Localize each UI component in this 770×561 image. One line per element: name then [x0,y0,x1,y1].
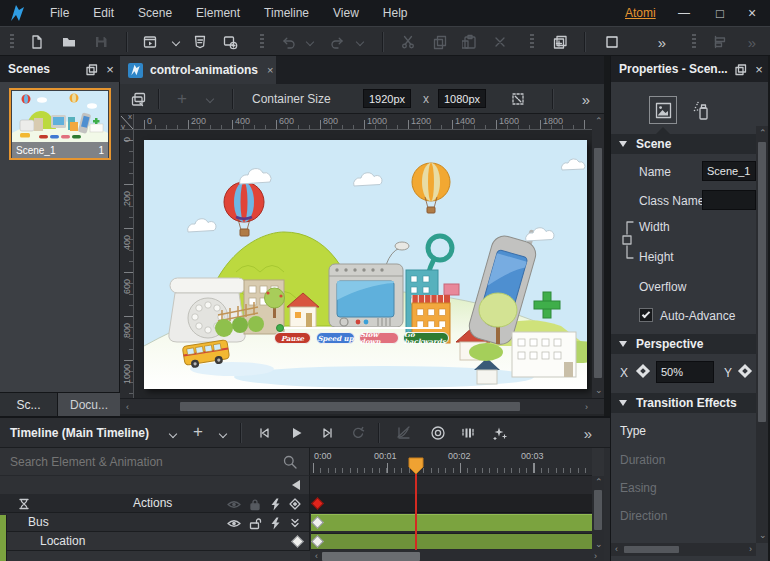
properties-horizontal-scrollbar[interactable]: ‹ › [611,543,756,556]
perspective-x-keyframe-button[interactable] [636,364,650,378]
go-to-end-button[interactable] [318,423,338,443]
actions-keyframe-marker[interactable] [311,497,324,510]
export-package-button[interactable] [220,32,240,52]
scene-name-input[interactable] [702,161,756,181]
undo-button[interactable] [278,32,298,52]
menu-scene[interactable]: Scene [126,6,184,20]
link-width-height-icon[interactable] [621,220,635,260]
bus-animation-bar[interactable] [311,514,592,531]
timeline-row-actions[interactable]: Actions [0,494,310,513]
preview-in-browser-button[interactable] [140,32,160,52]
menu-file[interactable]: File [38,6,81,20]
actions-animation-icon[interactable] [267,496,283,512]
timeline-ruler[interactable]: 0:00 00:01 00:02 00:03 [310,448,592,476]
tab-document[interactable]: Docu... [58,393,120,416]
add-scene-button[interactable] [550,32,570,52]
timeline-row-location[interactable]: Location [0,532,310,551]
location-animation-bar[interactable] [311,533,592,549]
stage-slow-down-button[interactable]: Slow down [359,332,399,344]
actions-visibility-icon[interactable] [226,496,242,512]
timeline-row-bus[interactable]: Bus [0,513,310,532]
export-html5-button[interactable] [190,32,210,52]
properties-hscroll-thumb[interactable] [624,546,679,553]
tab-effect-properties[interactable] [689,98,713,124]
stage-go-backwards-button[interactable]: Go backwards [403,332,449,344]
add-element-button[interactable]: + [172,89,192,109]
fit-to-window-button[interactable] [508,89,528,109]
menu-help[interactable]: Help [371,6,420,20]
align-button[interactable] [710,32,730,52]
maximize-button[interactable]: □ [708,0,732,26]
close-button[interactable]: × [740,0,764,26]
open-document-button[interactable] [59,32,79,52]
document-tab[interactable]: control-animations × [120,56,276,84]
go-to-start-button[interactable] [254,423,274,443]
animation-effects-button[interactable] [490,423,510,443]
actions-filter-icon[interactable] [16,496,32,512]
edit-scene-button[interactable] [128,89,148,109]
horizontal-ruler[interactable]: 0 200 400 600 800 1000 1200 1400 1600 18… [134,114,592,130]
save-button[interactable] [91,32,111,52]
properties-float-button[interactable] [731,60,749,78]
properties-close-button[interactable]: × [749,60,769,78]
canvas-hscroll-thumb[interactable] [180,402,520,411]
document-tab-close-icon[interactable]: × [267,64,273,76]
actions-track[interactable] [310,494,592,513]
stage-pause-button[interactable]: Pause [274,332,311,344]
play-button[interactable] [286,423,306,443]
stage[interactable]: Pause Speed up Slow down Go backwards [144,140,587,389]
toolbar-overflow-button[interactable]: » [652,32,672,52]
timeline-overflow-button[interactable]: » [578,423,598,443]
location-keyframe-icon[interactable] [291,535,304,548]
add-animation-button[interactable]: + [188,422,208,442]
frames-view-button[interactable] [458,423,478,443]
timeline-vscroll-thumb[interactable] [594,490,602,530]
search-input[interactable] [0,448,278,475]
auto-keyframe-button[interactable] [394,423,414,443]
perspective-x-input[interactable] [656,361,714,383]
search-icon[interactable] [280,452,300,472]
add-animation-dropdown[interactable] [216,427,230,441]
tab-scene-properties[interactable] [649,96,677,124]
section-transition-header[interactable]: Transition Effects [611,393,756,413]
align-overflow-button[interactable]: » [742,32,762,52]
collapse-keyframes-icon[interactable] [292,480,300,490]
perspective-y-keyframe-button[interactable] [738,364,752,378]
properties-vertical-scrollbar[interactable]: ⌃ ⌄ [756,126,768,543]
rectangle-tool-button[interactable] [602,32,622,52]
scenes-float-button[interactable] [82,60,100,78]
actions-lock-icon[interactable] [247,496,263,512]
delete-button[interactable] [490,32,510,52]
menu-view[interactable]: View [321,6,371,20]
location-track[interactable] [310,532,592,551]
preview-dropdown[interactable] [170,36,182,48]
properties-vscroll-thumb[interactable] [758,142,766,422]
canvas-viewport[interactable]: Pause Speed up Slow down Go backwards [134,130,592,398]
menu-element[interactable]: Element [184,6,252,20]
paste-button[interactable] [460,32,480,52]
copy-button[interactable] [430,32,450,52]
container-width-input[interactable] [363,89,411,108]
canvas-vertical-scrollbar[interactable]: ⌃ ⌄ [592,114,604,398]
redo-dropdown[interactable] [354,36,366,48]
canvas-vscroll-thumb[interactable] [594,148,602,378]
minimize-button[interactable]: — [672,0,696,26]
bus-unlock-icon[interactable] [247,515,263,531]
tab-scenes[interactable]: Sc... [0,393,58,416]
vertical-ruler[interactable]: 0 200 400 600 800 1000 [120,130,134,398]
record-button[interactable] [428,423,448,443]
new-document-button[interactable] [27,32,47,52]
cut-button[interactable] [398,32,418,52]
auto-advance-checkbox[interactable] [639,308,653,322]
section-scene-header[interactable]: Scene [611,134,756,154]
bus-visibility-icon[interactable] [226,515,242,531]
ruler-corner[interactable]: x y [120,114,134,130]
timeline-select-dropdown[interactable] [166,427,180,441]
scene-thumbnail-card[interactable]: Scene_1 1 [9,88,111,160]
add-element-dropdown[interactable] [204,93,216,105]
section-perspective-header[interactable]: Perspective [611,334,756,354]
canvas-toolbar-overflow-button[interactable]: » [576,89,596,109]
timeline-hscroll-thumb[interactable] [322,552,420,561]
playhead-marker[interactable] [408,457,424,475]
menu-timeline[interactable]: Timeline [252,6,321,20]
